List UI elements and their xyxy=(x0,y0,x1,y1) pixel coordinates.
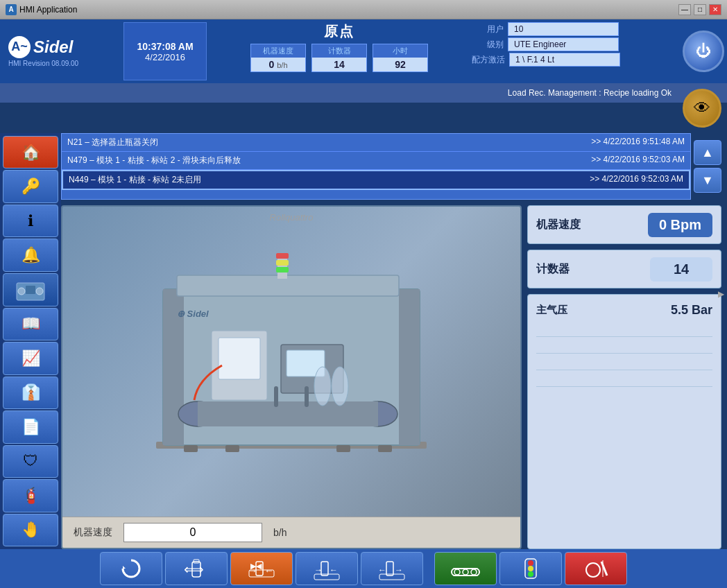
svg-point-51 xyxy=(528,560,533,566)
notification-row-1[interactable]: N21 – 选择器止瓶器关闭 >> 4/22/2016 9:51:48 AM xyxy=(62,134,690,152)
svg-marker-29 xyxy=(123,566,126,569)
svg-point-1 xyxy=(18,288,25,295)
sidebar-machine-button[interactable] xyxy=(3,273,58,306)
hours-value: 92 xyxy=(373,58,427,71)
machine-svg: ⊕ Sidel xyxy=(142,248,441,476)
status-text: Load Rec. Management : Recipe loading Ok xyxy=(508,88,672,98)
logo-text: Sidel xyxy=(33,37,73,57)
svg-rect-7 xyxy=(399,289,420,445)
svg-rect-43 xyxy=(386,562,393,576)
svg-point-49 xyxy=(471,569,477,575)
speed-counters: 机器速度 0 b/h 计数器 14 小时 92 xyxy=(250,44,428,72)
recipe-label: 配方激活 xyxy=(472,54,508,66)
title-bar-controls: — □ ✕ xyxy=(678,4,721,15)
maximize-button[interactable]: □ xyxy=(694,4,706,15)
sidebar-fire-button[interactable]: 🧯 xyxy=(3,479,58,512)
user-value: 10 xyxy=(508,22,619,36)
notif-time-2: >> 4/22/2016 9:52:03 AM xyxy=(591,155,685,166)
sidebar-home-button[interactable]: 🏠 xyxy=(3,136,58,168)
svg-text:←: ← xyxy=(264,565,274,576)
datetime-area: 10:37:08 AM 4/22/2016 xyxy=(123,22,207,80)
svg-point-53 xyxy=(528,571,533,577)
sidebar-clothes-button[interactable]: 👔 xyxy=(3,377,58,409)
svg-point-2 xyxy=(36,288,43,295)
current-time: 10:37:08 AM xyxy=(137,41,193,52)
user-label: 用户 xyxy=(472,24,506,35)
bottle-frame-button[interactable]: → ← xyxy=(296,552,358,585)
hours-header: 小时 92 xyxy=(373,44,428,72)
machine-speed-input[interactable] xyxy=(123,523,262,542)
sidebar-report-button[interactable]: 📄 xyxy=(3,410,58,443)
svg-point-47 xyxy=(454,569,460,575)
scroll-indicator: ▶ xyxy=(718,289,724,299)
eye-icon: 👁 xyxy=(694,98,710,118)
app-icon: A xyxy=(6,4,17,15)
counter-header: 计数器 14 xyxy=(311,44,367,72)
notif-time-1: >> 4/22/2016 9:51:48 AM xyxy=(591,137,685,148)
machine-brand: Rollquattro xyxy=(270,212,314,223)
notification-row-2[interactable]: N479 – 模块 1 - 粘接 - 标站 2 - 滑块未向后释放 >> 4/2… xyxy=(62,152,690,170)
main-header: A~ Sidel HMI Revision 08.09.00 10:37:08 … xyxy=(0,19,727,103)
minimize-button[interactable]: — xyxy=(678,4,691,15)
stop-alarm-button[interactable] xyxy=(565,552,627,585)
bottom-toolbar: ⟺ → ← ▶◀ → ← ← → xyxy=(0,549,727,588)
title-bar: A HMI Application — □ ✕ xyxy=(0,0,727,19)
machine-speed-unit: b/h xyxy=(273,527,286,538)
svg-rect-27 xyxy=(274,386,278,407)
sidebar-book-button[interactable]: 📖 xyxy=(3,308,58,340)
pressure-value: 5.5 Bar xyxy=(671,303,712,318)
logo-icon: A~ xyxy=(8,36,31,58)
bottle-out-button[interactable]: ← → xyxy=(361,552,423,585)
speed-metric-value: 0 Bpm xyxy=(648,213,712,237)
svg-rect-41 xyxy=(314,574,339,580)
machine-speed-header: 机器速度 0 b/h xyxy=(250,44,306,72)
counter-metric-value: 14 xyxy=(650,257,712,282)
sidebar-hand-button[interactable]: 🤚 xyxy=(3,514,58,546)
rotate-button[interactable] xyxy=(100,552,162,585)
counter-metric-label: 计数器 xyxy=(536,262,570,277)
svg-rect-11 xyxy=(276,260,289,266)
nav-up-button[interactable]: ▲ xyxy=(694,140,721,165)
level-value: UTE Engineer xyxy=(508,37,619,51)
svg-text:⊕ Sidel: ⊕ Sidel xyxy=(177,309,209,319)
traffic-light-button[interactable] xyxy=(499,552,562,585)
bottle-expand-button[interactable]: ⟺ xyxy=(165,552,228,585)
main-content: Rollquattro xyxy=(61,205,721,549)
svg-rect-3 xyxy=(26,286,35,294)
power-button[interactable]: ⏻ xyxy=(683,31,724,72)
svg-rect-15 xyxy=(198,401,378,426)
svg-point-54 xyxy=(586,563,600,577)
svg-rect-12 xyxy=(276,267,289,273)
speed-metric-label: 机器速度 xyxy=(536,218,581,232)
sidebar-info-button[interactable]: ℹ xyxy=(3,205,58,237)
svg-text:→: → xyxy=(395,565,403,575)
speed-unit: b/h xyxy=(277,61,287,69)
current-date: 4/22/2016 xyxy=(145,52,185,62)
power-icon: ⏻ xyxy=(696,42,711,60)
nav-down-button[interactable]: ▼ xyxy=(694,168,721,193)
svg-rect-26 xyxy=(378,445,392,452)
svg-rect-28 xyxy=(305,386,309,407)
notif-code-2: N479 – 模块 1 - 粘接 - 标站 2 - 滑块未向后释放 xyxy=(67,155,241,166)
eye-button[interactable]: 👁 xyxy=(683,89,721,128)
bottle-active-button[interactable]: → ← ▶◀ xyxy=(230,552,293,585)
svg-point-20 xyxy=(314,367,331,406)
svg-rect-8 xyxy=(177,275,399,296)
user-area: 用户 10 级别 UTE Engineer 配方激活 1 \ F.1 4 Lt xyxy=(472,22,680,80)
svg-text:←: ← xyxy=(378,565,386,575)
left-sidebar: 🏠 🔑 ℹ 🔔 📖 📈 👔 📄 🛡 🧯 🤚 xyxy=(0,133,61,549)
notification-row-3[interactable]: N449 – 模块 1 - 粘接 - 标站 2未启用 >> 4/22/2016 … xyxy=(62,170,690,190)
counter-value: 14 xyxy=(312,58,366,71)
sidebar-bell-button[interactable]: 🔔 xyxy=(3,239,58,271)
svg-rect-25 xyxy=(336,445,350,452)
pressure-label: 主气压 xyxy=(536,304,567,317)
close-button[interactable]: ✕ xyxy=(709,4,721,15)
sidebar-shield-button[interactable]: 🛡 xyxy=(3,445,58,478)
right-panel: 机器速度 0 Bpm 计数器 14 主气压 5.5 Bar xyxy=(527,205,721,549)
conveyor-button[interactable] xyxy=(434,552,497,585)
notif-code-1: N21 – 选择器止瓶器关闭 xyxy=(67,137,158,148)
logo-area: A~ Sidel HMI Revision 08.09.00 xyxy=(3,22,121,80)
speed-value: 0 xyxy=(268,59,274,70)
sidebar-key-button[interactable]: 🔑 xyxy=(3,170,58,202)
sidebar-chart-button[interactable]: 📈 xyxy=(3,342,58,374)
